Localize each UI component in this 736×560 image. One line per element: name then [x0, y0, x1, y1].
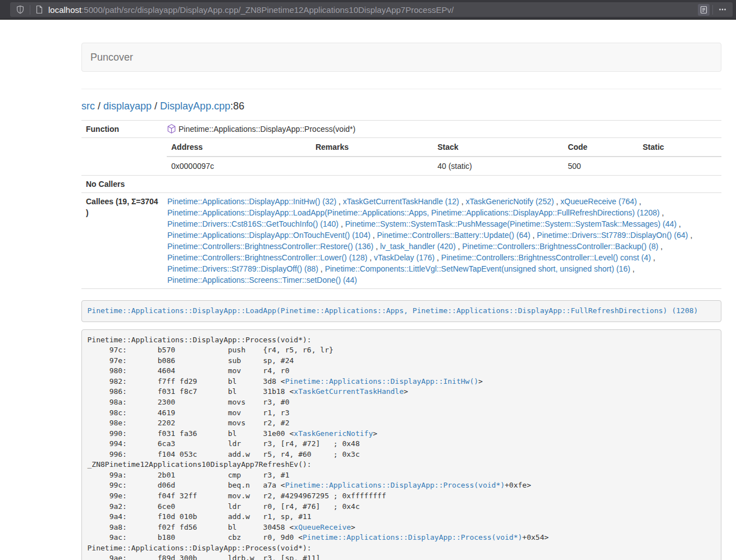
callee-link[interactable]: xTaskGenericNotify (252) — [465, 197, 554, 206]
overflow-menu-icon[interactable] — [716, 5, 729, 14]
column-header-stack: Stack — [433, 138, 563, 157]
callee-link[interactable]: Pinetime::Drivers::St7789::DisplayOn() (… — [537, 231, 688, 240]
reader-mode-icon[interactable] — [698, 4, 710, 16]
asm-symbol-link[interactable]: xQueueReceive — [294, 523, 351, 531]
column-header-code: Code — [563, 138, 638, 157]
url-host: localhost — [48, 5, 81, 15]
symbol-snippet: Pinetime::Applications::DisplayApp::Load… — [81, 300, 721, 322]
url-text[interactable]: localhost:5000/path/src/displayapp/Displ… — [48, 5, 698, 15]
asm-symbol-link[interactable]: xTaskGenericNotify — [294, 429, 373, 438]
package-icon — [167, 123, 176, 135]
empty-row-label — [81, 138, 163, 176]
stat-static — [638, 157, 721, 175]
callee-link[interactable]: Pinetime::Drivers::St7789::DisplayOff() … — [167, 264, 318, 273]
function-row-label: Function — [81, 121, 163, 138]
function-cell: Pinetime::Applications::DisplayApp::Proc… — [163, 121, 721, 138]
stat-remarks — [311, 157, 433, 175]
callee-link[interactable]: Pinetime::Applications::Screens::Timer::… — [167, 276, 357, 284]
callee-link[interactable]: vTaskDelay (176) — [374, 253, 435, 262]
line-number: :86 — [230, 100, 244, 112]
url-bar[interactable]: localhost:5000/path/src/displayapp/Displ… — [10, 2, 733, 17]
stats-row: AddressRemarksStackCodeStatic 0x0000097c… — [81, 138, 721, 176]
stats-header-row: AddressRemarksStackCodeStatic — [167, 138, 721, 157]
brand-link[interactable]: Puncover — [82, 43, 141, 71]
callee-link[interactable]: Pinetime::Controllers::BrightnessControl… — [167, 242, 373, 251]
column-header-address: Address — [167, 138, 311, 157]
callee-link[interactable]: Pinetime::Controllers::Battery::Update()… — [377, 231, 531, 240]
callees-cell: Pinetime::Applications::DisplayApp::Init… — [163, 193, 721, 289]
url-path: :5000/path/src/displayapp/DisplayApp.cpp… — [81, 5, 454, 15]
callers-cell — [163, 176, 721, 193]
callees-row: Callees (19, Σ=3704 ) Pinetime::Applicat… — [81, 193, 721, 289]
browser-toolbar: localhost:5000/path/src/displayapp/Displ… — [0, 0, 736, 20]
breadcrumb-separator: / — [152, 100, 160, 112]
callees-row-label: Callees (19, Σ=3704 ) — [81, 193, 163, 289]
callee-link[interactable]: Pinetime::Controllers::BrightnessControl… — [167, 253, 367, 262]
breadcrumb-link[interactable]: DisplayApp.cpp — [160, 100, 230, 112]
function-name: Pinetime::Applications::DisplayApp::Proc… — [179, 125, 355, 134]
page-content: Puncover src / displayapp / DisplayApp.c… — [81, 43, 721, 560]
callee-link[interactable]: lv_task_handler (420) — [380, 242, 456, 251]
shield-icon[interactable] — [13, 5, 27, 14]
callee-link[interactable]: xQueueReceive (764) — [560, 197, 637, 206]
divider-rule — [81, 89, 721, 89]
asm-symbol-link[interactable]: xTaskGetCurrentTaskHandle — [294, 387, 404, 396]
callers-row: No Callers — [81, 176, 721, 193]
breadcrumb-link[interactable]: displayapp — [103, 100, 152, 112]
stats-table: AddressRemarksStackCodeStatic 0x0000097c… — [167, 138, 721, 175]
breadcrumb-link[interactable]: src — [81, 100, 95, 112]
snippet-link[interactable]: Pinetime::Applications::DisplayApp::Load… — [88, 306, 698, 315]
asm-symbol-link[interactable]: Pinetime::Applications::DisplayApp::Proc… — [285, 481, 505, 489]
asm-symbol-link[interactable]: Pinetime::Applications::DisplayApp::Proc… — [303, 533, 522, 541]
toolbar-divider — [30, 5, 30, 15]
callee-link[interactable]: xTaskGetCurrentTaskHandle (12) — [343, 197, 459, 206]
callee-link[interactable]: Pinetime::Applications::DisplayApp::OnTo… — [167, 231, 371, 240]
callee-link[interactable]: Pinetime::Components::LittleVgl::SetNewT… — [325, 264, 630, 273]
breadcrumb: src / displayapp / DisplayApp.cpp:86 — [81, 99, 721, 113]
callee-link[interactable]: Pinetime::Controllers::BrightnessControl… — [462, 242, 658, 251]
page-icon[interactable] — [33, 5, 45, 14]
toolbar-divider — [712, 5, 713, 15]
asm-symbol-link[interactable]: Pinetime::Applications::DisplayApp::Init… — [285, 377, 478, 385]
column-header-remarks: Remarks — [311, 138, 433, 157]
callee-link[interactable]: Pinetime::System::SystemTask::PushMessag… — [345, 219, 677, 228]
stat-stack: 40 (static) — [433, 157, 563, 175]
callee-link[interactable]: Pinetime::Drivers::Cst816S::GetTouchInfo… — [167, 219, 339, 228]
assembly-listing: Pinetime::Applications::DisplayApp::Proc… — [81, 329, 721, 560]
callee-link[interactable]: Pinetime::Applications::DisplayApp::Init… — [167, 197, 336, 206]
column-header-static: Static — [638, 138, 721, 157]
symbol-table: Function Pinetime::Applications::Display… — [81, 120, 721, 289]
stats-cell: AddressRemarksStackCodeStatic 0x0000097c… — [163, 138, 721, 176]
callee-link[interactable]: Pinetime::Controllers::BrightnessControl… — [441, 253, 651, 262]
stat-code: 500 — [563, 157, 638, 175]
navbar: Puncover — [81, 43, 721, 72]
function-row: Function Pinetime::Applications::Display… — [81, 121, 721, 138]
callers-row-label: No Callers — [81, 176, 163, 193]
callee-link[interactable]: Pinetime::Applications::DisplayApp::Load… — [167, 208, 660, 217]
breadcrumb-separator: / — [95, 100, 103, 112]
stat-address: 0x0000097c — [167, 157, 311, 175]
stats-values-row: 0x0000097c40 (static)500 — [167, 157, 721, 175]
